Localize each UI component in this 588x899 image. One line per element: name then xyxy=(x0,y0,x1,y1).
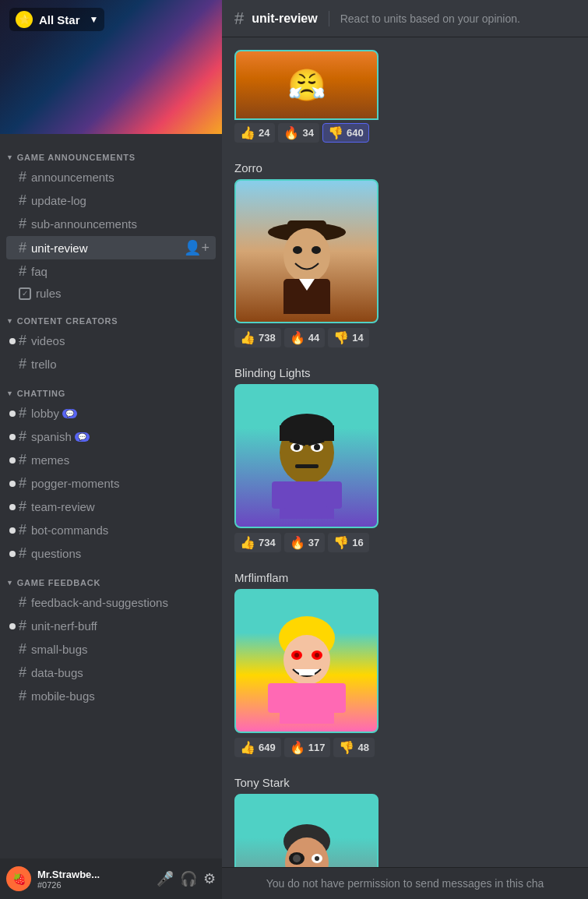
hash-icon: # xyxy=(19,405,26,421)
channel-announcements[interactable]: # announcements xyxy=(6,166,216,189)
unit-card-top: 😤 👍 24 🔥 34 👎 640 xyxy=(234,50,576,143)
hash-icon: # xyxy=(19,428,26,445)
reactions-row-mrflimflam: 👍 649 🔥 117 👎 48 xyxy=(234,738,576,757)
channel-questions[interactable]: # questions xyxy=(6,542,216,565)
hash-icon: # xyxy=(19,688,26,704)
channel-unit-review[interactable]: # unit-review 👤+ xyxy=(6,236,216,259)
channel-mobile-bugs[interactable]: # mobile-bugs xyxy=(6,685,216,707)
hash-icon: # xyxy=(19,263,26,280)
server-chevron-icon: ▼ xyxy=(90,14,99,25)
svg-point-4 xyxy=(312,246,321,254)
hash-icon: # xyxy=(19,499,26,515)
reaction-fire-zorro[interactable]: 🔥 44 xyxy=(284,328,325,347)
username: Mr.Strawbe... xyxy=(37,869,150,880)
hash-icon: # xyxy=(19,641,26,658)
reactions-row-blinding: 👍 734 🔥 37 👎 16 xyxy=(234,533,576,552)
reaction-fire-blinding[interactable]: 🔥 37 xyxy=(284,533,325,552)
header-divider xyxy=(329,11,329,26)
microphone-icon[interactable]: 🎤 xyxy=(157,870,174,887)
chevron-icon: ▼ xyxy=(6,390,14,397)
category-chatting[interactable]: ▼ CHATTING xyxy=(0,376,222,401)
messages-area[interactable]: 😤 👍 24 🔥 34 👎 640 Zorro xyxy=(222,37,588,867)
settings-icon[interactable]: ⚙ xyxy=(203,870,216,887)
svg-rect-28 xyxy=(268,683,285,713)
channel-pogger-moments[interactable]: # pogger-moments xyxy=(6,472,216,495)
chat-badge: 💬 xyxy=(62,409,77,418)
reactions-row: 👍 24 🔥 34 👎 640 xyxy=(234,123,576,143)
mrflimflam-sprite xyxy=(260,599,354,724)
svg-point-21 xyxy=(283,635,330,685)
thumbsup-emoji: 👍 xyxy=(240,125,255,140)
category-game-announcements[interactable]: ▼ GAME ANNOUNCEMENTS xyxy=(0,140,222,165)
reaction-thumbsdown-mrflimflam[interactable]: 👎 48 xyxy=(333,738,374,757)
channel-videos[interactable]: # videos xyxy=(6,330,216,352)
reaction-thumbsup[interactable]: 👍 24 xyxy=(234,123,275,143)
add-member-icon[interactable]: 👤+ xyxy=(184,239,209,256)
reaction-thumbsup-blinding[interactable]: 👍 734 xyxy=(234,533,281,552)
hash-icon: # xyxy=(19,240,26,256)
hash-icon: # xyxy=(19,618,26,634)
unit-image-blinding-lights xyxy=(234,384,379,528)
hash-icon: # xyxy=(19,665,26,681)
channel-bot-commands[interactable]: # bot-commands xyxy=(6,519,216,541)
category-content-creators[interactable]: ▼ CONTENT CREATORS xyxy=(0,304,222,329)
unit-image-mrflimflam xyxy=(234,589,379,733)
channel-faq[interactable]: # faq xyxy=(6,260,216,283)
header-channel-name: unit-review xyxy=(252,12,317,26)
main-content: # unit-review React to units based on yo… xyxy=(222,0,588,899)
server-icon: ⭐ xyxy=(16,11,33,28)
channel-unit-nerf-buff[interactable]: # unit-nerf-buff xyxy=(6,615,216,637)
svg-rect-27 xyxy=(280,683,334,724)
unit-name-blinding-lights: Blinding Lights xyxy=(234,366,576,379)
unit-card-tony-stark: Tony Stark xyxy=(234,776,576,867)
svg-rect-18 xyxy=(272,481,287,509)
reaction-thumbsdown-zorro[interactable]: 👎 14 xyxy=(328,328,368,347)
checkbox-icon: ✓ xyxy=(19,287,31,300)
svg-point-25 xyxy=(315,653,319,658)
unread-dot xyxy=(9,551,16,557)
channel-update-log[interactable]: # update-log xyxy=(6,189,216,212)
unread-dot xyxy=(9,527,16,534)
unit-image-zorro xyxy=(234,179,379,323)
channel-header: # unit-review React to units based on yo… xyxy=(222,0,588,37)
reaction-fire[interactable]: 🔥 34 xyxy=(278,123,319,143)
channel-memes[interactable]: # memes xyxy=(6,449,216,471)
chat-badge: 💬 xyxy=(75,432,90,442)
channel-small-bugs[interactable]: # small-bugs xyxy=(6,638,216,661)
svg-point-35 xyxy=(315,856,319,861)
channel-trello[interactable]: # trello xyxy=(6,353,216,375)
unread-dot xyxy=(9,434,16,440)
svg-point-3 xyxy=(293,246,302,254)
channel-sub-announcements[interactable]: # sub-announcements xyxy=(6,213,216,235)
svg-rect-16 xyxy=(295,464,319,468)
sidebar: ⭐ All Star ▼ ▼ GAME ANNOUNCEMENTS # anno… xyxy=(0,0,222,899)
channel-spanish[interactable]: # spanish 💬 xyxy=(6,425,216,448)
hash-icon: # xyxy=(19,594,26,611)
unit-image-tony-stark xyxy=(234,794,379,867)
thumbsdown-emoji: 👎 xyxy=(328,125,343,140)
unread-dot xyxy=(9,623,16,629)
hash-icon: # xyxy=(19,452,26,468)
channel-data-bugs[interactable]: # data-bugs xyxy=(6,661,216,684)
channel-feedback-and-suggestions[interactable]: # feedback-and-suggestions xyxy=(6,591,216,614)
category-game-feedback[interactable]: ▼ GAME FEEDBACK xyxy=(0,566,222,591)
tonystark-sprite xyxy=(260,804,354,868)
channel-team-review[interactable]: # team-review xyxy=(6,495,216,518)
channel-lobby[interactable]: # lobby 💬 xyxy=(6,402,216,425)
reaction-thumbsup-zorro[interactable]: 👍 738 xyxy=(234,328,281,347)
headset-icon[interactable]: 🎧 xyxy=(180,870,197,887)
reaction-thumbsup-mrflimflam[interactable]: 👍 649 xyxy=(234,738,281,757)
channel-rules[interactable]: ✓ rules xyxy=(6,284,216,303)
unread-dot xyxy=(9,457,16,464)
svg-rect-29 xyxy=(329,683,346,713)
hash-icon: # xyxy=(19,216,26,232)
reaction-thumbsdown-blinding[interactable]: 👎 16 xyxy=(328,533,368,552)
chevron-icon: ▼ xyxy=(6,317,14,325)
reaction-thumbsdown[interactable]: 👎 640 xyxy=(322,123,369,143)
server-header[interactable]: ⭐ All Star ▼ xyxy=(0,0,222,134)
hash-icon: # xyxy=(19,333,26,349)
user-discriminator: #0726 xyxy=(37,880,150,890)
permission-text: You do not have permission to send messa… xyxy=(266,877,544,890)
zorro-sprite xyxy=(260,189,354,314)
reaction-fire-mrflimflam[interactable]: 🔥 117 xyxy=(284,738,331,757)
